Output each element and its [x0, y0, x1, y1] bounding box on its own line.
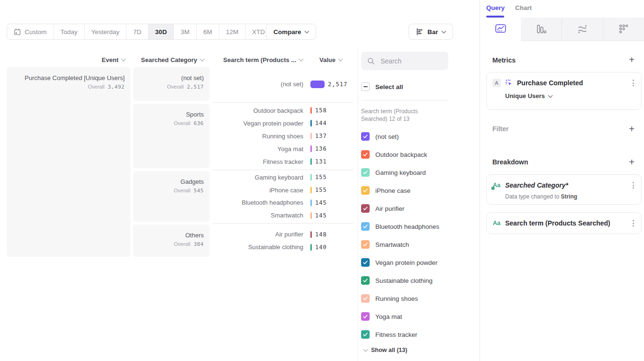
category-card-not-set[interactable]: (not set)Overall2,517: [133, 67, 209, 101]
date-range-3m[interactable]: 3M: [174, 24, 197, 39]
column-header-event[interactable]: Event: [7, 55, 125, 64]
filter-item-smartwatch[interactable]: Smartwatch: [361, 235, 439, 253]
metric-card[interactable]: A Purchase Completed Unique Users: [486, 72, 642, 110]
checkbox[interactable]: [361, 132, 370, 141]
select-all-row[interactable]: Select all: [361, 82, 403, 91]
category-card-sports[interactable]: SportsOverall636: [133, 104, 209, 168]
checkbox[interactable]: [361, 222, 370, 231]
flows-icon: [577, 24, 588, 34]
compare-button[interactable]: Compare: [266, 24, 316, 40]
kebab-menu-icon[interactable]: [631, 180, 635, 190]
checkbox[interactable]: [361, 276, 370, 285]
event-spark-icon: [505, 79, 513, 87]
tab-chart[interactable]: Chart: [515, 4, 532, 11]
tab-flows[interactable]: [562, 18, 603, 41]
term-row-air-purifier: Air purifier148: [212, 228, 354, 241]
kebab-menu-icon[interactable]: [631, 78, 635, 88]
category-card-others[interactable]: OthersOverall384: [133, 225, 209, 257]
date-range-12m[interactable]: 12M: [219, 24, 245, 39]
term-bar[interactable]: [310, 212, 312, 219]
chart-type-button[interactable]: Bar: [408, 24, 453, 40]
checkbox[interactable]: [361, 168, 370, 177]
checkbox[interactable]: [361, 150, 370, 159]
event-card[interactable]: Purchase Completed [Unique Users] Overal…: [7, 67, 130, 257]
checkbox[interactable]: [361, 258, 370, 267]
column-header-label: Search term (Products ...: [223, 56, 296, 63]
term-bar[interactable]: [310, 244, 312, 251]
checkbox[interactable]: [361, 240, 370, 249]
date-range-6m[interactable]: 6M: [197, 24, 219, 39]
term-value: 148: [315, 231, 327, 238]
term-bar[interactable]: [310, 107, 312, 114]
filter-item-air-purifier[interactable]: Air purifier: [361, 199, 439, 217]
date-range-custom[interactable]: Custom: [7, 24, 54, 39]
column-header-category[interactable]: Searched Category: [133, 55, 204, 64]
row-group-divider: [212, 223, 354, 224]
term-row-yoga-mat: Yoga mat136: [212, 143, 354, 155]
term-bar[interactable]: [310, 133, 312, 139]
filter-item-running-shoes[interactable]: Running shoes: [361, 289, 439, 307]
breakdown-card-search-term[interactable]: Aa Search term (Products Searched): [486, 212, 642, 234]
term-row-iphone-case: iPhone case155: [212, 184, 354, 197]
date-range-today[interactable]: Today: [54, 24, 85, 39]
filter-item-iphone-case[interactable]: iPhone case: [361, 181, 439, 199]
add-filter-button[interactable]: +: [626, 124, 637, 134]
kebab-menu-icon[interactable]: [631, 218, 635, 228]
row-group-divider: [212, 170, 354, 170]
date-range-yesterday[interactable]: Yesterday: [85, 24, 127, 39]
string-property-icon: Aa: [492, 220, 501, 226]
breakdown-title: Searched Category*: [505, 181, 627, 189]
term-bar[interactable]: [310, 199, 312, 206]
calendar-icon: [14, 28, 21, 36]
term-bar[interactable]: [310, 174, 312, 180]
term-bar[interactable]: [310, 120, 312, 126]
tab-retention[interactable]: [603, 18, 644, 41]
date-range-label: 7D: [133, 28, 141, 36]
filter-item-label: iPhone case: [375, 187, 410, 194]
checkbox[interactable]: [361, 312, 370, 321]
term-bar[interactable]: [310, 231, 312, 238]
tab-query[interactable]: Query: [486, 4, 505, 11]
checkbox[interactable]: [361, 330, 370, 339]
divider: [361, 100, 448, 100]
term-bar[interactable]: [310, 158, 312, 165]
overall-value: 636: [194, 120, 204, 126]
breakdown-note: Data type changed to String: [505, 193, 635, 200]
tab-funnels[interactable]: [521, 18, 562, 41]
tab-insights[interactable]: [480, 18, 521, 41]
segment-search-box[interactable]: [361, 52, 448, 70]
filter-item-gaming-keyboard[interactable]: Gaming keyboard: [361, 163, 439, 181]
checkbox[interactable]: [361, 294, 370, 303]
filter-item-sustainable-clothing[interactable]: Sustainable clothing: [361, 271, 439, 289]
date-range-7d[interactable]: 7D: [127, 24, 148, 39]
checkbox[interactable]: [361, 204, 370, 213]
add-breakdown-button[interactable]: +: [626, 157, 637, 167]
add-metric-button[interactable]: +: [626, 54, 637, 65]
filter-item-not-set[interactable]: (not set): [361, 127, 439, 145]
date-range-30d[interactable]: 30D: [148, 24, 174, 39]
term-value: 131: [315, 158, 327, 165]
filter-item-bluetooth-headphones[interactable]: Bluetooth headphones: [361, 217, 439, 235]
check-icon: [362, 277, 369, 284]
filter-item-yoga-mat[interactable]: Yoga mat: [361, 307, 439, 325]
checkbox[interactable]: [361, 186, 370, 195]
term-bar[interactable]: [310, 81, 325, 88]
term-label: Outdoor backpack: [212, 107, 310, 114]
term-bar[interactable]: [310, 187, 312, 193]
column-header-search-term[interactable]: Search term (Products ...: [212, 55, 303, 64]
term-label: Air purifier: [212, 231, 310, 238]
filter-item-outdoor-backpack[interactable]: Outdoor backpack: [361, 145, 439, 163]
filter-item-fitness-tracker[interactable]: Fitness tracker: [361, 325, 439, 343]
term-bar[interactable]: [310, 145, 312, 152]
select-all-checkbox[interactable]: [361, 82, 370, 91]
filter-item-vegan-protein-powder[interactable]: Vegan protein powder: [361, 253, 439, 271]
search-input[interactable]: [380, 57, 442, 65]
category-card-gadgets[interactable]: GadgetsOverall545: [133, 171, 209, 222]
column-header-value[interactable]: Value: [310, 55, 342, 64]
breakdown-card-searched-category[interactable]: Aa✱ Searched Category* Data type changed…: [486, 174, 642, 205]
term-row-bluetooth-headphones: Bluetooth headphones145: [212, 197, 354, 209]
funnels-icon: [536, 24, 546, 34]
show-all-button[interactable]: Show all (13): [364, 347, 407, 353]
measure-dropdown[interactable]: Unique Users: [505, 92, 552, 99]
chart-type-label: Bar: [427, 28, 438, 36]
